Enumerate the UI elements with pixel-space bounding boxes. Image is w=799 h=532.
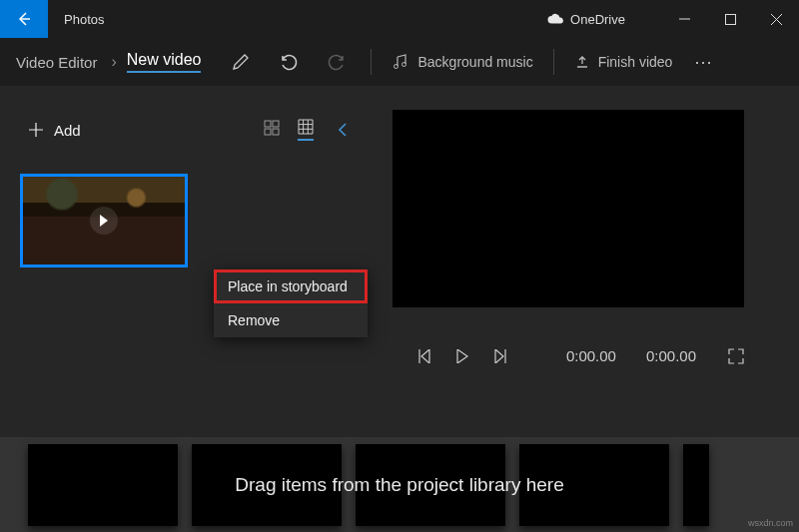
svg-point-1 <box>395 65 399 69</box>
time-current: 0:00.00 <box>566 347 616 364</box>
divider <box>371 49 372 75</box>
export-icon <box>574 54 590 70</box>
play-overlay <box>90 207 118 235</box>
grid-3x3-icon <box>298 119 314 135</box>
view-toggle-group <box>264 119 348 141</box>
chevron-left-icon <box>338 122 348 138</box>
svg-rect-5 <box>265 129 271 135</box>
chevron-right-icon: › <box>111 53 116 71</box>
maximize-button[interactable] <box>707 0 753 38</box>
breadcrumb-root[interactable]: Video Editor <box>12 54 101 71</box>
titlebar: Photos OneDrive <box>0 0 799 38</box>
redo-icon <box>327 53 347 71</box>
divider <box>553 49 554 75</box>
context-menu: Place in storyboard Remove <box>214 269 368 337</box>
rename-button[interactable] <box>219 53 263 71</box>
expand-icon <box>728 348 744 364</box>
finish-video-button[interactable]: Finish video <box>566 54 681 70</box>
back-button[interactable] <box>0 0 48 38</box>
next-frame-button[interactable] <box>494 349 506 363</box>
toolbar: Video Editor › New video Background musi… <box>0 38 799 86</box>
storyboard-slot[interactable] <box>519 444 669 526</box>
preview-pane: 0:00.00 0:00.00 <box>368 86 799 437</box>
context-place-in-storyboard[interactable]: Place in storyboard <box>214 269 368 303</box>
bg-music-label: Background music <box>417 54 532 70</box>
time-total: 0:00.00 <box>646 347 696 364</box>
add-label: Add <box>54 122 81 139</box>
svg-rect-0 <box>725 14 735 24</box>
cloud-icon <box>546 13 564 25</box>
grid-2x2-icon <box>264 120 280 136</box>
storyboard-slot[interactable] <box>28 444 178 526</box>
background-music-button[interactable]: Background music <box>384 54 540 70</box>
play-button[interactable] <box>456 349 468 363</box>
music-icon <box>392 54 409 70</box>
pencil-icon <box>232 53 250 71</box>
finish-label: Finish video <box>598 54 673 70</box>
svg-rect-6 <box>273 129 279 135</box>
storyboard-slot[interactable] <box>356 444 505 526</box>
plus-icon <box>28 122 44 138</box>
play-icon <box>99 215 109 227</box>
context-remove[interactable]: Remove <box>214 303 368 337</box>
play-icon <box>456 349 468 363</box>
step-forward-icon <box>494 349 506 363</box>
library-thumbnail[interactable] <box>20 174 188 267</box>
breadcrumb-current[interactable]: New video <box>127 51 202 73</box>
arrow-left-icon <box>16 11 32 27</box>
previous-frame-button[interactable] <box>418 349 430 363</box>
undo-icon <box>279 53 299 71</box>
add-button[interactable]: Add <box>20 122 89 139</box>
close-button[interactable] <box>753 0 799 38</box>
watermark: wsxdn.com <box>748 518 793 528</box>
window-controls <box>661 0 799 38</box>
minimize-button[interactable] <box>661 0 707 38</box>
library-header: Add <box>20 108 348 152</box>
redo-button <box>315 53 359 71</box>
storyboard-slot[interactable] <box>192 444 342 526</box>
svg-rect-3 <box>265 121 271 127</box>
onedrive-label: OneDrive <box>570 12 625 27</box>
main-area: Add <box>0 86 799 437</box>
collapse-library-button[interactable] <box>338 122 348 138</box>
onedrive-status[interactable]: OneDrive <box>546 12 625 27</box>
more-button[interactable]: ⋯ <box>684 51 724 73</box>
grid-small-button[interactable] <box>264 120 280 140</box>
undo-button[interactable] <box>267 53 311 71</box>
video-preview[interactable] <box>393 110 744 307</box>
storyboard[interactable]: Drag items from the project library here <box>0 437 799 532</box>
project-library: Add <box>0 86 368 437</box>
svg-rect-4 <box>273 121 279 127</box>
app-title: Photos <box>64 12 104 27</box>
fullscreen-button[interactable] <box>728 348 744 364</box>
step-back-icon <box>418 349 430 363</box>
storyboard-slot[interactable] <box>683 444 709 526</box>
svg-point-2 <box>402 63 406 67</box>
player-controls: 0:00.00 0:00.00 <box>393 347 744 364</box>
grid-large-button[interactable] <box>298 119 314 141</box>
